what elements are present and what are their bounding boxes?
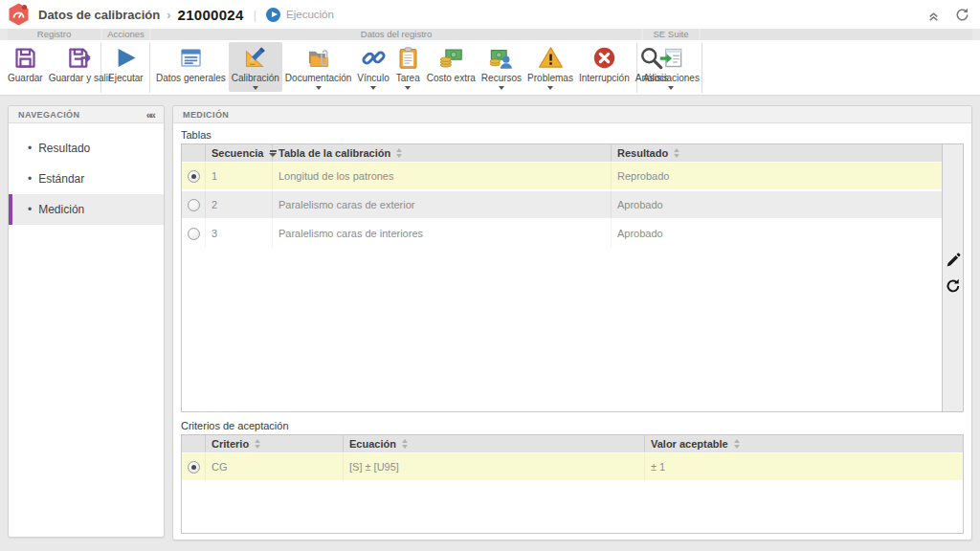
sort-icon [734,439,740,449]
resources-label: Recursos [481,73,522,83]
task-button[interactable]: Tarea [392,42,424,92]
interruption-icon [591,45,617,71]
cell-valor-aceptable: ± 1 [645,453,963,482]
sidebar-item-label: Medición [38,203,84,216]
resources-icon [488,45,514,71]
chevron-down-icon [405,86,411,90]
sidebar-item-resultado[interactable]: Resultado [9,133,164,164]
divider: | [254,8,256,22]
reload-icon[interactable] [954,7,970,23]
save-and-exit-label: Guardar y salir [49,73,112,83]
criteria-row[interactable]: CG [S] ± [U95] ± 1 [182,453,963,482]
general-data-button[interactable]: Datos generales [153,42,229,85]
collapse-ribbon-icon[interactable] [926,8,941,22]
grid-side-toolbar [942,144,963,411]
general-data-icon [178,45,204,71]
column-header-resultado[interactable]: Resultado [612,144,942,162]
execution-status-icon [266,8,280,22]
save-label: Guardar [8,73,43,83]
sort-icon [255,439,260,449]
cell-resultado: Aprobado [612,191,942,220]
column-header-valor-aceptable[interactable]: Valor aceptable [645,435,963,452]
documentation-button[interactable]: Documentación [282,42,354,92]
column-label: Tabla de la calibración [278,147,390,159]
header-radio-cell [182,144,206,162]
column-header-secuencia[interactable]: Secuencia [206,144,273,162]
criteria-grid-header: Criterio Ecuación Valor aceptable [182,435,963,453]
collapse-left-icon[interactable]: «« [146,109,154,121]
sort-icon [396,148,402,158]
column-label: Resultado [617,147,668,159]
save-exit-icon [67,45,93,71]
table-row[interactable]: 2 Paralelismo caras de exterior Aprobado [182,191,942,220]
top-bar: Datos de calibración › 21000024 | Ejecuc… [0,0,980,29]
associations-button[interactable]: Asociaciones [640,42,702,92]
column-header-criterio[interactable]: Criterio [206,435,344,452]
cell-resultado: Reprobado [612,163,942,191]
tables-grid: Secuencia Tabla de la calibración Result… [181,143,964,412]
save-and-exit-button[interactable]: Guardar y salir [46,42,115,85]
tables-grid-header: Secuencia Tabla de la calibración Result… [182,144,942,163]
row-radio[interactable] [188,461,200,474]
resources-button[interactable]: Recursos [479,42,524,92]
column-label: Ecuación [349,438,396,450]
calibration-icon [242,45,268,71]
row-radio[interactable] [188,199,200,211]
cell-criterio: CG [206,453,344,482]
panel-title: MEDICIÓN [183,110,229,120]
table-row[interactable]: 3 Paralelismo caras de interiores Aproba… [182,220,942,249]
edit-icon[interactable] [945,252,962,269]
group-label-acciones: Acciones [102,29,149,40]
execute-icon [113,45,139,71]
task-label: Tarea [396,73,420,83]
calibration-button[interactable]: Calibración [229,42,282,92]
sidebar-title: NAVEGACIÓN [18,110,79,120]
save-button[interactable]: Guardar [5,42,46,85]
problems-button[interactable]: Problemas [524,42,576,92]
save-icon [12,45,38,71]
extra-cost-label: Costo extra [427,73,476,83]
link-button[interactable]: Vínculo [354,42,391,92]
grid-empty-area [182,249,942,411]
column-header-tabla[interactable]: Tabla de la calibración [273,144,612,162]
associations-icon [658,45,684,71]
row-radio[interactable] [188,170,200,183]
cell-resultado: Aprobado [612,220,942,249]
documentation-label: Documentación [285,73,351,83]
chevron-down-icon [316,86,322,90]
extra-cost-icon [438,45,464,71]
cell-tabla: Longitud de los patrones [273,163,612,191]
navigation-sidebar: NAVEGACIÓN «« Resultado Estándar Medició… [8,105,165,538]
app-logo-icon [8,3,30,26]
problems-label: Problemas [527,73,573,83]
column-header-ecuacion[interactable]: Ecuación [344,435,645,452]
associations-label: Asociaciones [643,73,700,83]
refresh-icon[interactable] [945,277,962,295]
ribbon-toolbar: Guardar Guardar y salir Ejecutar [0,40,980,96]
chevron-down-icon [547,86,553,90]
interruption-button[interactable]: Interrupción [576,42,633,85]
sort-icon [674,148,679,158]
sidebar-item-label: Resultado [38,142,90,155]
sidebar-item-estandar[interactable]: Estándar [9,164,164,194]
grid-empty-area [182,482,963,533]
status-label: Ejecución [286,9,334,20]
breadcrumb[interactable]: Datos de calibración [38,8,160,22]
sidebar-item-medicion[interactable]: Medición [9,194,164,225]
ribbon-group-labels: Registro Acciones Datos del registro SE … [0,29,980,40]
group-label-registro: Registro [8,29,100,40]
cell-tabla: Paralelismo caras de interiores [273,220,612,249]
sidebar-item-label: Estándar [38,172,84,186]
medicion-panel: MEDICIÓN Tablas Secuencia Tabla de la ca… [172,105,972,540]
chevron-down-icon [499,86,504,90]
row-radio[interactable] [188,228,200,240]
tables-section-label: Tablas [181,129,964,141]
table-row[interactable]: 1 Longitud de los patrones Reprobado [182,163,942,191]
criteria-grid: Criterio Ecuación Valor aceptable CG [181,434,964,534]
calibration-label: Calibración [232,73,279,83]
header-radio-cell [182,435,206,452]
extra-cost-button[interactable]: Costo extra [424,42,479,85]
chevron-down-icon [253,86,258,90]
execute-label: Ejecutar [108,73,144,83]
execute-button[interactable]: Ejecutar [105,42,146,85]
